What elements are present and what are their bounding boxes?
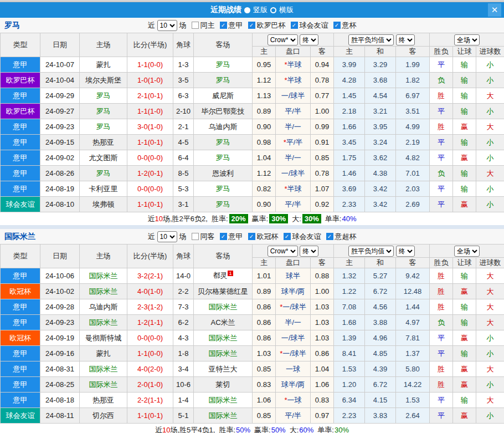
home-odds: 1.12 (253, 166, 276, 181)
match-row: 意甲24-08-19卡利亚里0-0(0-0)5-3罗马0.82*半球1.073.… (1, 181, 504, 197)
handicap-cell: *半球 (276, 57, 311, 73)
matches-label: 场 (179, 232, 187, 242)
result-cell: 平 (430, 57, 453, 73)
corner-score: 1-3 (173, 57, 194, 73)
section-divider (0, 225, 504, 229)
draw-avg: 4.39 (365, 361, 396, 377)
handicap-result-cell: 输 (453, 299, 476, 315)
lose-avg: 9.42 (396, 268, 430, 284)
avg-time-select[interactable]: 终 (396, 246, 415, 257)
stat-value: 50% (236, 426, 250, 433)
win-avg: 6.34 (334, 393, 365, 408)
competition-0-checkbox[interactable]: ✓ (220, 233, 227, 240)
lose-avg: 1.82 (396, 73, 430, 88)
score-cell: 1-1(0-0) (127, 346, 173, 361)
competition-2-checkbox[interactable]: ✓ (284, 233, 291, 240)
competition-1-checkbox[interactable]: ✓ (248, 233, 255, 240)
avg-type-select[interactable]: 胜平负均值 (348, 246, 394, 257)
col-result: 胜负 (430, 258, 453, 268)
corner-score: 1-4 (173, 393, 194, 408)
home-team: 罗马 (80, 88, 127, 104)
away-team: 国际米兰 (194, 408, 253, 424)
competition-badge: 意甲 (1, 361, 40, 377)
competition-3-checkbox[interactable]: ✓ (333, 22, 341, 29)
win-avg: 8.41 (334, 346, 365, 361)
result-cell: 胜 (430, 299, 453, 315)
score-cell: 1-1(0-1) (127, 135, 173, 150)
col-win-avg: 主 (334, 258, 365, 268)
col-lose-avg: 客 (396, 258, 430, 268)
same-venue-checkbox[interactable] (192, 233, 199, 240)
avg-time-select[interactable]: 终 (396, 34, 415, 45)
win-avg: 3.45 (334, 135, 365, 150)
away-team: 国际米兰 (194, 330, 253, 346)
goals-result-cell: 大 (476, 88, 504, 104)
horizontal-layout-radio[interactable] (270, 7, 276, 13)
win-avg: 2.33 (334, 197, 365, 212)
col-goals-result: 进球数 (476, 258, 504, 268)
match-count-select[interactable]: 10 (157, 231, 177, 242)
odds-company-select[interactable]: Crow* (268, 246, 298, 257)
match-row: 意甲24-10-06国际米兰3-2(2-1)14-0都灵11.01球半0.881… (1, 268, 504, 284)
odds-company-select[interactable]: Crow* (268, 34, 298, 45)
odds-time-select[interactable]: 终 (300, 246, 318, 257)
fulltime-select[interactable]: 全场 (454, 34, 480, 45)
handicap-cell: 平/半 (276, 408, 311, 424)
summary-text: 近 (147, 214, 155, 224)
lose-avg: 2.03 (396, 181, 430, 197)
win-avg: 1.46 (334, 166, 365, 181)
match-date: 24-10-02 (40, 284, 80, 299)
fulltime-select[interactable]: 全场 (454, 246, 480, 257)
close-button[interactable]: ✕ (488, 3, 501, 17)
stat-value: 30% (302, 214, 321, 223)
competition-0-label: 意甲 (229, 21, 243, 30)
away-odds: 0.97 (311, 408, 334, 424)
win-avg: 3.69 (334, 181, 365, 197)
same-venue-checkbox[interactable] (192, 22, 199, 29)
handicap-result-cell: 输 (453, 104, 476, 119)
win-avg: 1.75 (334, 150, 365, 166)
corner-score: 2-2 (173, 284, 194, 299)
match-date: 24-08-19 (40, 181, 80, 197)
competition-1-checkbox[interactable]: ✓ (248, 22, 255, 29)
col-win-avg: 主 (334, 47, 365, 57)
competition-2-label: 球会友谊 (292, 232, 321, 242)
lose-avg: 2.64 (396, 408, 430, 424)
avg-type-select[interactable]: 胜平负均值 (348, 34, 394, 45)
competition-3-checkbox[interactable]: ✓ (326, 233, 333, 240)
corner-score: 3-5 (173, 73, 194, 88)
team-name: 国际米兰 (4, 232, 35, 242)
match-count-select[interactable]: 10 (157, 20, 177, 31)
handicap-cell: 一/球半 (276, 330, 311, 346)
handicap-result-cell: 输 (453, 181, 476, 197)
crow-odds-group: Crow* 终 (253, 244, 334, 258)
match-date: 24-09-27 (40, 104, 80, 119)
horizontal-layout-label[interactable]: 横版 (279, 5, 294, 15)
result-cell: 负 (430, 73, 453, 88)
score-cell: 2-2(1-1) (127, 393, 173, 408)
home-team: 罗马 (80, 104, 127, 119)
result-cell: 胜 (430, 268, 453, 284)
handicap-cell: 半/一 (276, 119, 311, 135)
corner-score: 10-6 (173, 377, 194, 393)
avg-odds-group: 胜平负均值 终 (334, 33, 430, 47)
competition-0-checkbox[interactable]: ✓ (220, 22, 227, 29)
home-team: 乌迪内斯 (80, 299, 127, 315)
handicap-result-cell: 输 (453, 88, 476, 104)
competition-badge: 意甲 (1, 181, 40, 197)
draw-avg: 3.24 (365, 135, 396, 150)
handicap-result-cell: 输 (453, 73, 476, 88)
goals-result-cell: 大 (476, 361, 504, 377)
corner-score: 2-1 (173, 119, 194, 135)
away-team: 乌迪内斯 (194, 119, 253, 135)
match-date: 24-08-11 (40, 408, 80, 424)
home-team: 热那亚 (80, 135, 127, 150)
competition-2-checkbox[interactable]: ✓ (291, 22, 298, 29)
vertical-layout-label[interactable]: 竖版 (253, 5, 268, 15)
handicap-result-cell: 赢 (453, 408, 476, 424)
vertical-layout-radio[interactable] (244, 7, 250, 13)
competition-badge: 意甲 (1, 119, 40, 135)
odds-time-select[interactable]: 终 (300, 34, 318, 45)
home-team: 尤文图斯 (80, 150, 127, 166)
competition-badge: 意甲 (1, 299, 40, 315)
